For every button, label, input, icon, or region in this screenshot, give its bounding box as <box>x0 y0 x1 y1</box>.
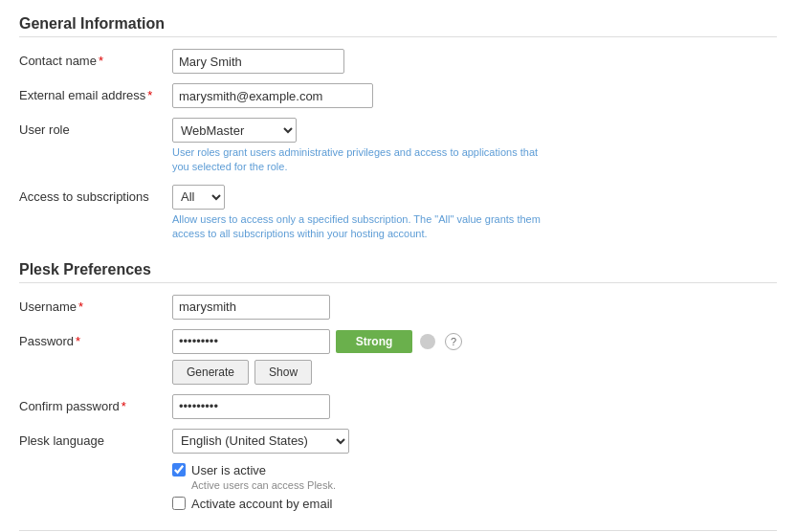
language-label: Plesk language <box>19 429 172 448</box>
language-select[interactable]: English (United States) German French Sp… <box>172 429 349 454</box>
plesk-section-title: Plesk Preferences <box>19 261 777 283</box>
user-active-label: User is active <box>191 463 266 477</box>
password-label: Password* <box>19 329 172 348</box>
email-field-wrapper <box>172 83 746 108</box>
show-button[interactable]: Show <box>254 360 312 385</box>
activate-email-row: Activate account by email <box>19 497 777 511</box>
activate-email-label: Activate account by email <box>191 497 332 511</box>
user-active-checkbox[interactable] <box>172 463 186 477</box>
user-role-hint: User roles grant users administrative pr… <box>172 145 555 175</box>
plesk-preferences-section: Plesk Preferences Username* Password* St… <box>19 261 777 511</box>
email-input[interactable] <box>172 83 373 108</box>
activate-email-wrapper: Activate account by email <box>172 497 332 511</box>
contact-name-field-wrapper <box>172 49 746 74</box>
email-label: External email address* <box>19 83 172 102</box>
subscriptions-row: Access to subscriptions All Allow users … <box>19 185 777 242</box>
user-role-select[interactable]: WebMaster Administrator Reseller <box>172 118 297 143</box>
confirm-password-row: Confirm password* <box>19 394 777 419</box>
password-controls: Strong ? <box>172 329 746 354</box>
password-strength-indicator: Strong <box>336 330 412 353</box>
password-input[interactable] <box>172 329 330 354</box>
password-field-wrapper: Strong ? Generate Show <box>172 329 746 385</box>
strength-slider <box>420 334 435 349</box>
username-field-wrapper <box>172 295 746 320</box>
contact-name-row: Contact name* <box>19 49 777 74</box>
confirm-password-label: Confirm password* <box>19 394 172 413</box>
contact-name-label: Contact name* <box>19 49 172 68</box>
subscriptions-label: Access to subscriptions <box>19 185 172 204</box>
confirm-password-input[interactable] <box>172 394 330 419</box>
activate-email-checkbox[interactable] <box>172 497 186 510</box>
user-active-row: User is active Active users can access P… <box>19 463 777 491</box>
confirm-password-field-wrapper <box>172 394 746 419</box>
user-active-hint: Active users can access Plesk. <box>191 479 336 491</box>
password-row: Password* Strong ? Generate Show <box>19 329 777 385</box>
subscriptions-hint: Allow users to access only a specified s… <box>172 212 555 242</box>
user-active-wrapper: User is active Active users can access P… <box>172 463 336 491</box>
username-label: Username* <box>19 295 172 314</box>
contact-name-input[interactable] <box>172 49 344 74</box>
username-input[interactable] <box>172 295 330 320</box>
language-row: Plesk language English (United States) G… <box>19 429 777 454</box>
language-field-wrapper: English (United States) German French Sp… <box>172 429 746 454</box>
user-role-field-wrapper: WebMaster Administrator Reseller User ro… <box>172 118 746 175</box>
subscriptions-select[interactable]: All <box>172 185 225 210</box>
password-help-icon[interactable]: ? <box>445 333 462 350</box>
password-action-buttons: Generate Show <box>172 360 746 385</box>
email-row: External email address* <box>19 83 777 108</box>
general-information-section: General Information Contact name* Extern… <box>19 15 777 242</box>
username-row: Username* <box>19 295 777 320</box>
subscriptions-field-wrapper: All Allow users to access only a specifi… <box>172 185 746 242</box>
general-section-title: General Information <box>19 15 777 37</box>
generate-button[interactable]: Generate <box>172 360 249 385</box>
user-role-label: User role <box>19 118 172 137</box>
user-role-row: User role WebMaster Administrator Resell… <box>19 118 777 175</box>
